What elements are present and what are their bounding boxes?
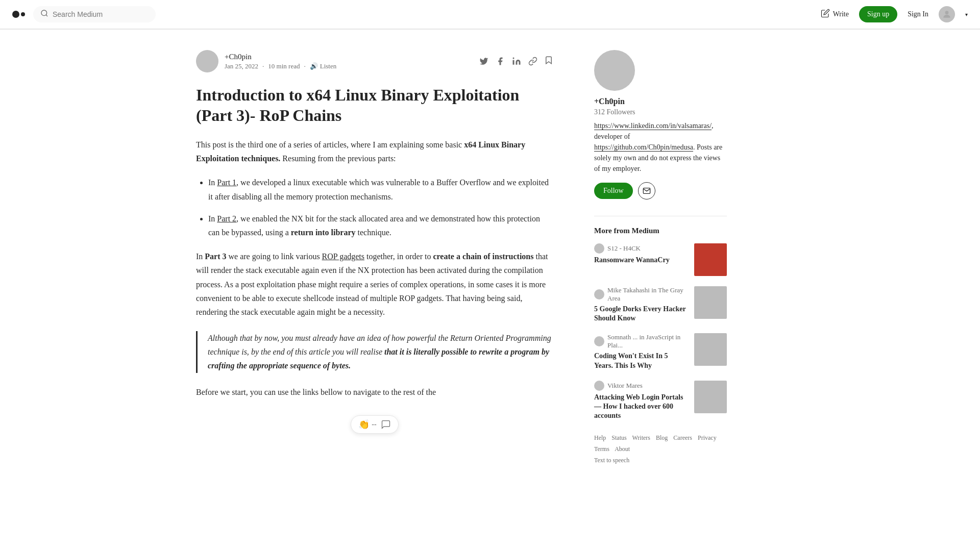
rec-title-0[interactable]: Ransomware WannaCry xyxy=(594,256,688,265)
listen-icon: 🔊 xyxy=(310,62,318,70)
bio-link2[interactable]: https://github.com/Ch0pin/medusa xyxy=(594,143,693,152)
meta-separator2: · xyxy=(304,62,305,70)
comment-button[interactable] xyxy=(381,419,391,430)
logo[interactable] xyxy=(12,11,25,18)
rec-author-row-2: Somnath ... in JavaScript in Plai... xyxy=(594,333,688,349)
user-avatar-nav[interactable] xyxy=(939,6,955,22)
rec-title-2[interactable]: Coding Won't Exist In 5 Years. This Is W… xyxy=(594,352,688,370)
bio-link1[interactable]: https://www.linkedin.com/in/valsamaras/ xyxy=(594,122,712,130)
rec-item-info-0: S12 - H4CK Ransomware WannaCry xyxy=(594,243,688,265)
rec-author-0: S12 - H4CK xyxy=(607,244,641,253)
floating-toolbar: 👏 -- xyxy=(351,415,398,434)
footer-link-writers[interactable]: Writers xyxy=(632,434,650,441)
logo-icon xyxy=(12,11,25,18)
content-wrap: +Ch0pin Jan 25, 2022 · 10 min read · 🔊 L… xyxy=(184,30,796,486)
article-para3: Before we start, you can use the links b… xyxy=(196,385,553,399)
svg-point-0 xyxy=(41,10,47,16)
article-para1: This post is the third one of a series o… xyxy=(196,138,553,165)
search-icon xyxy=(40,9,48,19)
write-label: Write xyxy=(833,10,849,18)
sidebar-divider xyxy=(594,216,727,216)
svg-point-1 xyxy=(945,11,949,14)
footer-link-terms[interactable]: Terms xyxy=(594,445,609,453)
author-avatar xyxy=(196,50,218,72)
sidebar: +Ch0pin 312 Followers https://www.linked… xyxy=(594,30,727,486)
rop-gadgets-link[interactable]: ROP gadgets xyxy=(322,252,364,261)
nav-right: Write Sign up Sign In ▾ xyxy=(821,6,968,22)
rec-author-3: Viktor Mares xyxy=(607,382,643,390)
rec-item-0: S12 - H4CK Ransomware WannaCry xyxy=(594,243,727,276)
search-input[interactable] xyxy=(53,10,149,18)
rec-author-row-1: Mike Takahashi in The Gray Area xyxy=(594,286,688,303)
rec-title-1[interactable]: 5 Google Dorks Every Hacker Should Know xyxy=(594,305,688,323)
sidebar-actions: Follow xyxy=(594,182,727,199)
read-time: 10 min read xyxy=(268,62,300,70)
rec-item-info-3: Viktor Mares Attacking Web Login Portals… xyxy=(594,381,688,421)
write-button[interactable]: Write xyxy=(821,9,849,20)
write-icon xyxy=(821,9,830,20)
twitter-share-icon[interactable] xyxy=(479,56,489,66)
article-column: +Ch0pin Jan 25, 2022 · 10 min read · 🔊 L… xyxy=(196,30,553,486)
article-meta: +Ch0pin Jan 25, 2022 · 10 min read · 🔊 L… xyxy=(196,50,553,72)
rec-thumb-1 xyxy=(694,286,727,319)
rec-item-info-2: Somnath ... in JavaScript in Plai... Cod… xyxy=(594,333,688,370)
listen-button[interactable]: 🔊 Listen xyxy=(310,62,337,70)
meta-details: Jan 25, 2022 · 10 min read · 🔊 Listen xyxy=(225,62,336,70)
signup-button[interactable]: Sign up xyxy=(859,6,897,22)
facebook-share-icon[interactable] xyxy=(495,56,505,66)
clap-button[interactable]: 👏 -- xyxy=(358,419,376,430)
svg-rect-2 xyxy=(513,60,514,65)
rec-author-avatar-2 xyxy=(594,336,604,346)
bookmark-icon[interactable] xyxy=(544,56,553,67)
logo-circle-small xyxy=(21,12,25,16)
sidebar-author-name[interactable]: +Ch0pin xyxy=(594,97,727,106)
rec-title-3[interactable]: Attacking Web Login Portals — How I hack… xyxy=(594,393,688,421)
signin-link[interactable]: Sign In xyxy=(908,10,928,18)
rec-author-2: Somnath ... in JavaScript in Plai... xyxy=(607,333,688,349)
logo-circle-large xyxy=(12,11,19,18)
toolbar-wrap: 👏 -- xyxy=(196,415,553,434)
link-share-icon[interactable] xyxy=(528,56,538,66)
article-blockquote: Although that by now, you must already h… xyxy=(196,331,553,373)
rec-author-avatar-3 xyxy=(594,381,604,391)
subscribe-button[interactable] xyxy=(638,182,655,199)
footer-link-help[interactable]: Help xyxy=(594,434,606,441)
sidebar-followers: 312 Followers xyxy=(594,108,727,116)
search-bar[interactable] xyxy=(33,6,156,22)
clap-count: -- xyxy=(372,420,376,429)
linkedin-share-icon[interactable] xyxy=(511,56,522,66)
clap-icon: 👏 xyxy=(358,419,370,430)
author-name[interactable]: +Ch0pin xyxy=(225,53,336,61)
part1-link[interactable]: Part 1 xyxy=(217,178,236,187)
part2-link[interactable]: Part 2 xyxy=(217,214,236,223)
rec-author-avatar-1 xyxy=(594,289,604,299)
rec-author-1: Mike Takahashi in The Gray Area xyxy=(607,286,688,303)
footer-link-blog[interactable]: Blog xyxy=(656,434,668,441)
chevron-down-icon[interactable]: ▾ xyxy=(965,12,968,17)
article-para2: In Part 3 we are going to link various R… xyxy=(196,249,553,319)
rec-thumb-2 xyxy=(694,333,727,366)
footer-link-about[interactable]: About xyxy=(615,445,630,453)
rec-item-3: Viktor Mares Attacking Web Login Portals… xyxy=(594,381,727,421)
sidebar-bio: https://www.linkedin.com/in/valsamaras/,… xyxy=(594,120,727,174)
follow-button[interactable]: Follow xyxy=(594,183,633,199)
footer-link-careers[interactable]: Careers xyxy=(673,434,692,441)
sidebar-footer: Help Status Writers Blog Careers Privacy… xyxy=(594,433,727,466)
rec-author-row-3: Viktor Mares xyxy=(594,381,688,391)
article-list: In Part 1, we developed a linux executab… xyxy=(196,176,553,239)
rec-item-2: Somnath ... in JavaScript in Plai... Cod… xyxy=(594,333,727,370)
rec-thumb-3 xyxy=(694,381,727,413)
navbar: Write Sign up Sign In ▾ xyxy=(0,0,980,29)
meta-info: +Ch0pin Jan 25, 2022 · 10 min read · 🔊 L… xyxy=(225,53,336,70)
more-from-title: More from Medium xyxy=(594,227,727,235)
meta-separator: · xyxy=(262,62,264,70)
footer-link-privacy[interactable]: Privacy xyxy=(698,434,717,441)
rec-author-row-0: S12 - H4CK xyxy=(594,243,688,254)
listen-label: Listen xyxy=(320,62,337,70)
list-item-2: In Part 2, we enabled the NX bit for the… xyxy=(208,212,553,239)
rec-thumb-0 xyxy=(694,243,727,276)
article-title: Introduction to x64 Linux Binary Exploit… xyxy=(196,85,553,126)
footer-link-status[interactable]: Status xyxy=(611,434,626,441)
footer-link-tts[interactable]: Text to speech xyxy=(594,457,629,464)
recommendations-list: S12 - H4CK Ransomware WannaCry Mike Taka… xyxy=(594,243,727,420)
